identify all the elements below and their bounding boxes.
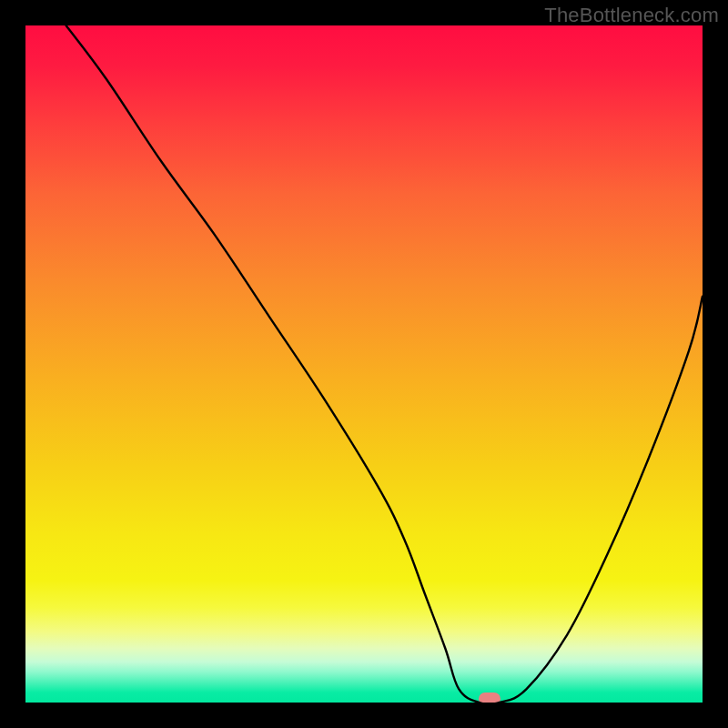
curve-path [66,25,703,703]
chart-frame: TheBottleneck.com [0,0,728,728]
plot-area [25,25,703,703]
watermark-text: TheBottleneck.com [544,4,719,27]
bottleneck-curve [25,25,703,703]
